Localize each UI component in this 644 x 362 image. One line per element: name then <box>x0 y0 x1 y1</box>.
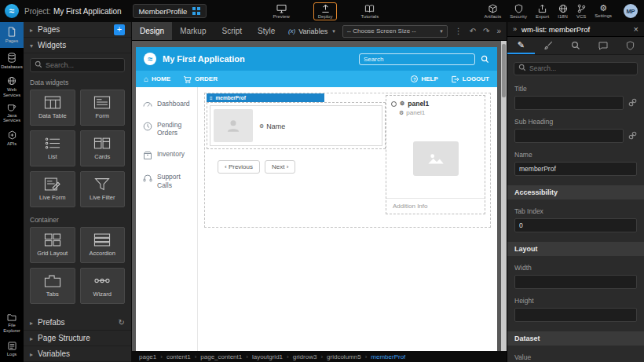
undo-icon[interactable]: ↶ <box>470 27 476 36</box>
refresh-icon[interactable]: ↻ <box>119 318 125 327</box>
sidebar-item-pending-orders[interactable]: Pending Orders <box>136 115 197 144</box>
list-item-name[interactable]: ⚙ Name <box>259 111 285 142</box>
rail-item-java-services[interactable]: Java Services <box>0 100 24 126</box>
height-input[interactable] <box>514 308 637 322</box>
widget-search-input[interactable] <box>30 58 125 72</box>
name-input[interactable] <box>514 162 637 176</box>
list-widget-body[interactable]: ⚙ Name <box>207 102 386 149</box>
tab-styles[interactable] <box>535 37 562 54</box>
rail-item-file-explorer[interactable]: File Explorer <box>0 310 24 336</box>
export-button[interactable]: Export <box>536 4 549 19</box>
nav-item-logout[interactable]: LOGOUT <box>451 75 489 83</box>
nav-item-home[interactable]: ⌂ HOME <box>144 75 170 83</box>
title-input[interactable] <box>514 96 624 110</box>
rail-item-databases[interactable]: Databases <box>0 48 24 74</box>
rail-item-web-services[interactable]: Web Services <box>0 74 24 100</box>
tab-style[interactable]: Style <box>250 22 283 40</box>
close-icon[interactable]: × <box>634 25 639 34</box>
rail-item-logs[interactable]: Logs <box>0 336 24 362</box>
panel-widget-panel1[interactable]: ⚙ panel1 ⚙ panel1 <box>386 95 485 214</box>
pages-section-header[interactable]: Pages + <box>24 22 131 38</box>
rail-item-pages[interactable]: Pages <box>0 22 24 48</box>
sidebar-item-support-calls[interactable]: Support Calls <box>136 166 197 196</box>
panel-subtitle-row[interactable]: ⚙ panel1 <box>386 108 485 119</box>
tab-design[interactable]: Design <box>132 22 172 40</box>
add-page-button[interactable]: + <box>114 24 125 35</box>
widget-tile-accordion[interactable]: Accordion <box>80 227 126 263</box>
collapse-panel-icon[interactable]: » <box>496 27 501 36</box>
tab-properties[interactable]: ✎ <box>507 37 535 54</box>
drag-handle-icon[interactable]: ≡ <box>210 96 213 101</box>
preview-button[interactable]: Preview <box>268 2 294 20</box>
user-avatar[interactable]: MP <box>624 4 638 18</box>
widget-selection-header[interactable]: ≡ memberProf <box>207 93 324 102</box>
list-item-template[interactable]: ⚙ Name <box>210 105 382 146</box>
i18n-button[interactable]: I18N <box>558 4 568 19</box>
tab-search[interactable] <box>562 37 590 54</box>
breadcrumb-item[interactable]: page_content1 <box>191 353 243 360</box>
widget-tile-form[interactable]: Form <box>80 90 126 126</box>
nav-item-order[interactable]: ORDER <box>183 75 218 83</box>
tab-events[interactable] <box>589 37 617 54</box>
layout-section-header[interactable]: Layout <box>507 242 644 256</box>
bind-link-icon[interactable] <box>628 131 637 140</box>
widget-tile-data-table[interactable]: Data Table <box>30 90 75 126</box>
scrollbar-thumb[interactable] <box>502 44 506 97</box>
settings-button[interactable]: ⚙ Settings <box>595 4 612 18</box>
sidebar-item-dashboard[interactable]: Dashboard <box>136 93 197 115</box>
variables-section-header[interactable]: Variables <box>24 346 131 362</box>
widget-tile-tabs[interactable]: Tabs <box>30 268 75 304</box>
breadcrumb-item[interactable]: page1 <box>139 353 156 360</box>
dataset-section-header[interactable]: Dataset <box>507 331 644 346</box>
avatar-placeholder[interactable] <box>214 109 253 142</box>
tab-markup[interactable]: Markup <box>172 22 214 40</box>
security-button[interactable]: Security <box>510 4 527 19</box>
screen-size-dropdown[interactable]: -- Choose Screen Size -- <box>342 25 448 38</box>
breadcrumb-item[interactable]: gridrow3 <box>283 353 317 360</box>
accessibility-section-header[interactable]: Accessibility <box>507 185 644 199</box>
grid-column-outline[interactable]: ≡ memberProf ⚙ <box>204 93 491 228</box>
tabindex-input[interactable] <box>514 218 637 232</box>
tutorials-button[interactable]: Tutorials <box>356 2 383 20</box>
prefabs-section-header[interactable]: Prefabs ↻ <box>24 315 131 331</box>
widgets-section-header[interactable]: Widgets <box>24 38 131 53</box>
list-widget-memberprof[interactable]: ≡ memberProf ⚙ <box>207 93 386 174</box>
breadcrumb-item[interactable]: gridcolumn5 <box>317 353 360 360</box>
bind-link-icon[interactable] <box>628 98 637 107</box>
sidebar-item-inventory[interactable]: Inventory <box>136 144 197 166</box>
widget-tile-live-filter[interactable]: Live Filter <box>80 171 126 207</box>
breadcrumb-item[interactable]: layoutgrid1 <box>242 353 283 360</box>
previous-button[interactable]: ‹ Previous <box>218 160 260 174</box>
widget-tile-wizard[interactable]: Wizard <box>80 268 126 304</box>
breadcrumb-item-active[interactable]: memberProf <box>361 353 406 360</box>
breadcrumb-item[interactable]: content1 <box>156 353 190 360</box>
deploy-button[interactable]: Deploy <box>313 2 338 20</box>
vcs-button[interactable]: VCS <box>576 4 586 19</box>
property-search-input[interactable] <box>514 62 638 75</box>
tab-script[interactable]: Script <box>214 22 251 40</box>
panel-header[interactable]: ⚙ panel1 <box>386 97 485 108</box>
image-placeholder[interactable] <box>413 141 459 176</box>
app-search-input[interactable] <box>359 53 475 65</box>
widget-tile-grid-layout[interactable]: Grid Layout <box>30 227 75 263</box>
panel-body[interactable] <box>386 119 485 198</box>
nav-item-help[interactable]: ? HELP <box>411 75 437 83</box>
artifacts-button[interactable]: Artifacts <box>485 4 502 19</box>
widget-tile-live-form[interactable]: Live Form <box>30 171 75 207</box>
grid-icon[interactable] <box>192 7 200 15</box>
rail-item-apis[interactable]: APIs <box>0 126 24 152</box>
collapse-icon[interactable]: » <box>513 25 517 33</box>
variables-dropdown[interactable]: (x) Variables <box>288 27 335 35</box>
tab-security[interactable] <box>617 37 644 54</box>
canvas-scrollbar[interactable] <box>501 41 507 351</box>
subheading-input[interactable] <box>514 129 624 143</box>
widget-tile-list[interactable]: List <box>30 130 75 166</box>
widget-tile-cards[interactable]: Cards <box>80 130 126 166</box>
next-button[interactable]: Next › <box>265 160 295 174</box>
redo-icon[interactable]: ↷ <box>483 27 489 36</box>
search-icon[interactable] <box>481 55 489 64</box>
width-input[interactable] <box>514 275 637 289</box>
open-page-tab[interactable]: MemberProfile <box>133 4 207 18</box>
more-options-icon[interactable]: ⋮ <box>455 27 463 36</box>
page-structure-section-header[interactable]: Page Structure <box>24 331 131 346</box>
